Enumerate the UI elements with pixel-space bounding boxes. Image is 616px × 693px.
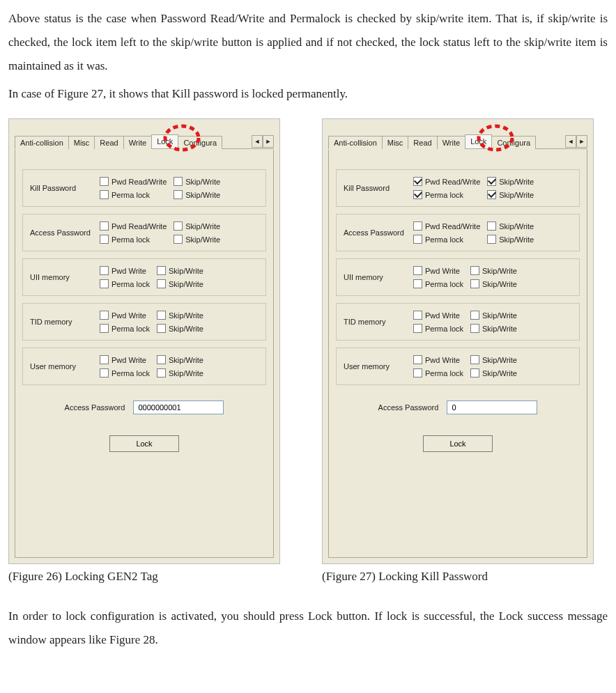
check-label: Skip/Write: [169, 369, 203, 377]
tab-scroll-left-icon[interactable]: ◄: [565, 135, 576, 148]
access-password-label: Access Password: [65, 403, 125, 412]
checkbox-skip-write[interactable]: [157, 266, 166, 275]
group-label: Kill Password: [30, 184, 100, 192]
checkbox-skip-write[interactable]: [157, 279, 166, 288]
tab-read[interactable]: Read: [408, 136, 437, 149]
checkbox-skip-write[interactable]: [157, 324, 166, 333]
checkbox-skip-write[interactable]: [157, 311, 166, 320]
tab-lock[interactable]: Lock: [465, 134, 492, 148]
check-label: Perma lock: [111, 369, 150, 377]
checkbox-skip-write[interactable]: [174, 177, 183, 186]
checkbox-skip-write[interactable]: [470, 266, 479, 275]
tab-anti-collision[interactable]: Anti-collision: [328, 136, 383, 149]
checkbox-perma-lock[interactable]: [100, 235, 109, 244]
check-label: Skip/Write: [185, 178, 220, 186]
tab-anti-collision[interactable]: Anti-collision: [15, 136, 69, 149]
checkbox-skip-write[interactable]: [487, 190, 496, 199]
check-label: Perma lock: [425, 369, 463, 377]
checkbox-pwd-readwrite[interactable]: [100, 177, 109, 186]
group-access-password: Access Password Pwd Read/Write Perma loc…: [336, 214, 580, 251]
group-tid-memory: TID memory Pwd Write Perma lock Skip/Wri…: [336, 303, 580, 341]
checkbox-skip-write[interactable]: [174, 190, 183, 199]
tab-configuration[interactable]: Configura: [178, 136, 222, 149]
checkbox-pwd-readwrite[interactable]: [100, 221, 109, 231]
tab-read[interactable]: Read: [94, 136, 123, 149]
check-label: Skip/Write: [499, 235, 534, 244]
check-label: Perma lock: [111, 325, 150, 333]
lock-button[interactable]: Lock: [423, 435, 493, 452]
group-kill-password: Kill Password Pwd Read/Write Perma lock …: [336, 169, 580, 207]
check-label: Skip/Write: [482, 369, 517, 377]
tab-write[interactable]: Write: [437, 136, 465, 149]
check-label: Skip/Write: [482, 356, 517, 364]
checkbox-skip-write[interactable]: [157, 368, 166, 377]
check-label: Perma lock: [111, 280, 150, 288]
checkbox-pwd-readwrite[interactable]: [413, 221, 422, 231]
check-label: Skip/Write: [169, 325, 203, 333]
checkbox-skip-write[interactable]: [487, 221, 496, 231]
checkbox-skip-write[interactable]: [470, 324, 479, 333]
check-label: Skip/Write: [185, 235, 220, 244]
checkbox-pwd-write[interactable]: [100, 355, 109, 364]
checkbox-perma-lock[interactable]: [413, 324, 422, 333]
check-label: Skip/Write: [185, 191, 220, 199]
lock-button[interactable]: Lock: [109, 435, 179, 452]
group-label: TID memory: [30, 318, 100, 326]
tab-lock[interactable]: Lock: [151, 134, 178, 148]
check-label: Pwd Write: [425, 356, 460, 364]
tab-scroll-right-icon[interactable]: ►: [576, 135, 587, 148]
tab-misc[interactable]: Misc: [382, 136, 409, 149]
group-label: Access Password: [30, 228, 100, 237]
checkbox-pwd-write[interactable]: [100, 311, 109, 320]
checkbox-pwd-write[interactable]: [413, 266, 422, 275]
checkbox-pwd-write[interactable]: [413, 355, 422, 364]
tab-misc[interactable]: Misc: [68, 136, 95, 149]
checkbox-perma-lock[interactable]: [100, 324, 109, 333]
checkbox-pwd-write[interactable]: [100, 266, 109, 275]
tab-configuration[interactable]: Configura: [491, 136, 536, 149]
group-uii-memory: UII memory Pwd Write Perma lock Skip/Wri…: [22, 258, 266, 296]
group-label: UII memory: [30, 273, 100, 281]
check-label: Perma lock: [425, 280, 463, 288]
checkbox-skip-write[interactable]: [174, 221, 183, 231]
checkbox-skip-write[interactable]: [470, 355, 479, 364]
checkbox-skip-write[interactable]: [157, 355, 166, 364]
tab-scroll-left-icon[interactable]: ◄: [252, 135, 263, 148]
check-label: Skip/Write: [499, 191, 534, 199]
check-label: Skip/Write: [169, 267, 203, 275]
check-label: Perma lock: [111, 191, 150, 199]
check-label: Skip/Write: [185, 222, 220, 231]
checkbox-perma-lock[interactable]: [413, 190, 422, 199]
check-label: Skip/Write: [482, 311, 517, 320]
checkbox-perma-lock[interactable]: [100, 368, 109, 377]
check-label: Perma lock: [111, 235, 150, 244]
group-label: Access Password: [344, 228, 413, 237]
tab-scroll-right-icon[interactable]: ►: [263, 135, 274, 148]
check-label: Skip/Write: [169, 280, 203, 288]
check-label: Skip/Write: [499, 178, 534, 186]
checkbox-skip-write[interactable]: [174, 235, 183, 244]
panel-figure-27: Anti-collision Misc Read Write Lock Conf…: [322, 118, 594, 564]
checkbox-perma-lock[interactable]: [413, 368, 422, 377]
access-password-input[interactable]: [133, 400, 224, 414]
checkbox-skip-write[interactable]: [470, 368, 479, 377]
group-label: TID memory: [344, 318, 413, 326]
checkbox-skip-write[interactable]: [487, 177, 496, 186]
checkbox-perma-lock[interactable]: [100, 190, 109, 199]
checkbox-perma-lock[interactable]: [413, 279, 422, 288]
tab-write[interactable]: Write: [123, 136, 152, 149]
checkbox-pwd-write[interactable]: [413, 311, 422, 320]
checkbox-skip-write[interactable]: [470, 311, 479, 320]
checkbox-perma-lock[interactable]: [413, 235, 422, 244]
group-tid-memory: TID memory Pwd Write Perma lock Skip/Wri…: [22, 303, 266, 341]
body-paragraph-2: In case of Figure 27, it shows that Kill…: [8, 82, 608, 106]
checkbox-perma-lock[interactable]: [100, 279, 109, 288]
checkbox-skip-write[interactable]: [470, 279, 479, 288]
body-paragraph-1: Above status is the case when Password R…: [8, 7, 608, 78]
checkbox-pwd-readwrite[interactable]: [413, 177, 422, 186]
checkbox-skip-write[interactable]: [487, 235, 496, 244]
access-password-input[interactable]: [447, 400, 537, 414]
group-access-password: Access Password Pwd Read/Write Perma loc…: [22, 214, 266, 251]
check-label: Skip/Write: [482, 267, 517, 275]
check-label: Pwd Read/Write: [111, 222, 167, 231]
